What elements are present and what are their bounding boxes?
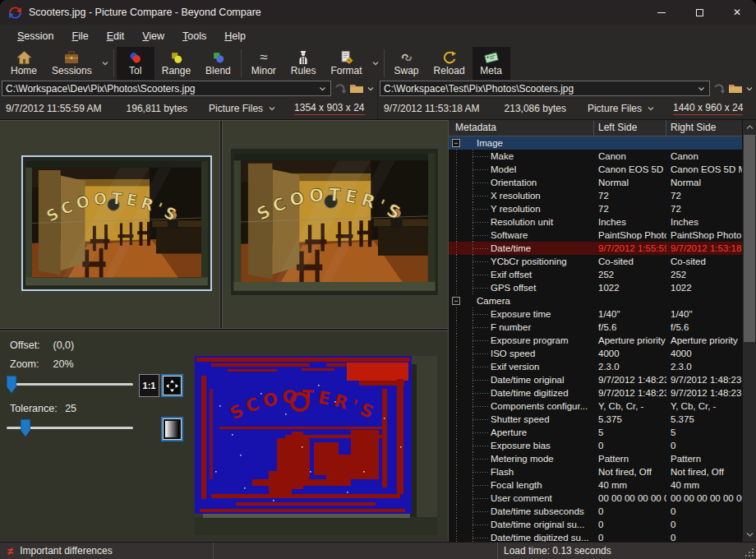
metadata-row[interactable]: Metering modePatternPattern (449, 452, 742, 465)
menu-item-help[interactable]: Help (215, 27, 255, 45)
chevron-down-icon[interactable] (318, 85, 327, 92)
zoom-slider-thumb[interactable] (7, 376, 16, 393)
metadata-row[interactable]: Exif offset252252 (449, 268, 742, 281)
metadata-row[interactable]: Date/time9/7/2012 1:55:59 PM9/7/2012 1:5… (449, 242, 742, 255)
chevron-down-icon[interactable] (745, 85, 754, 92)
metadata-row[interactable]: Focal length40 mm40 mm (449, 478, 742, 492)
metadata-row[interactable]: −Image (449, 136, 742, 150)
left-revert-button[interactable] (334, 83, 347, 95)
toolbar-tol-button[interactable]: Tol (117, 47, 154, 80)
menu-item-edit[interactable]: Edit (98, 27, 134, 45)
toolbar-sessions-button[interactable]: Sessions (44, 47, 99, 80)
metadata-row[interactable]: Exif version2.3.02.3.0 (449, 360, 742, 373)
menu-item-tools[interactable]: Tools (173, 27, 215, 45)
left-browse-button[interactable] (349, 83, 364, 94)
expander-icon[interactable]: − (452, 297, 460, 305)
difference-image-pane[interactable]: SCOOTER'S (195, 356, 437, 535)
metadata-row[interactable]: Shutter speed5.3755.375 (449, 413, 742, 426)
image-dimensions: 1354 x 903 x 24 (294, 102, 364, 115)
metadata-row[interactable]: ModelCanon EOS 5D Mark IIICanon EOS 5D M… (449, 163, 742, 176)
metadata-row[interactable]: ISO speed40004000 (449, 347, 742, 360)
chevron-down-icon[interactable] (697, 85, 706, 92)
toolbar-swap-button[interactable]: Swap (387, 47, 426, 80)
tolerance-slider[interactable] (7, 419, 133, 437)
menu-item-view[interactable]: View (133, 27, 173, 45)
zoom-slider[interactable] (7, 376, 133, 394)
tolerance-label: Tolerance: (10, 403, 58, 414)
column-header-left-side[interactable]: Left Side (594, 120, 666, 136)
swap-icon (399, 50, 415, 65)
metadata-pane: Metadata Left Side Right Side −ImageMake… (448, 120, 756, 542)
metadata-row[interactable]: Exposure time1/40"1/40" (449, 307, 742, 321)
metadata-row[interactable]: Date/time subseconds00 (449, 505, 742, 518)
metadata-row[interactable]: YCbCr positioningCo-sitedCo-sited (449, 255, 742, 268)
metadata-row[interactable]: SoftwarePaintShop Photo ProPaintShop Pho… (449, 229, 742, 242)
chevron-down-icon (371, 60, 380, 67)
toolbar-minor-button[interactable]: ≈Minor (244, 47, 284, 80)
metadata-row[interactable]: Date/time digitized su...00 (449, 531, 742, 542)
scrollbar-thumb[interactable] (744, 135, 755, 342)
metadata-row[interactable]: Components configur...Y, Cb, Cr, -Y, Cb,… (449, 400, 742, 413)
metadata-row[interactable]: FlashNot fired, OffNot fired, Off (449, 465, 742, 478)
metadata-row[interactable]: X resolution7272 (449, 189, 742, 202)
toolbar-blend-button[interactable]: Blend (198, 47, 238, 80)
left-path-combo[interactable]: C:\Workspace\Dev\Pix\Photos\Scooters.jpg (2, 81, 331, 96)
toolbar-rules-button[interactable]: Rules (284, 47, 324, 80)
metadata-row[interactable]: −Camera (449, 294, 742, 307)
metadata-row[interactable]: Exposure programAperture priorityApertur… (449, 334, 742, 347)
fit-to-window-button[interactable] (161, 374, 183, 397)
right-browse-button[interactable] (728, 83, 743, 94)
blend-icon (210, 50, 226, 65)
toolbar-separator (241, 49, 242, 77)
toolbar-format-dropdown[interactable] (370, 47, 381, 80)
toolbar-home-button[interactable]: Home (3, 47, 44, 80)
expander-icon[interactable]: − (452, 139, 460, 147)
right-image-pane[interactable] (231, 149, 438, 295)
toolbar-meta-button[interactable]: Meta (472, 47, 510, 80)
zoom-slider-track[interactable] (7, 383, 133, 386)
metadata-row[interactable]: Date/time digitized9/7/2012 1:48:23 PM9/… (449, 386, 742, 400)
app-logo-icon (8, 6, 22, 20)
maximize-button[interactable] (680, 0, 718, 25)
file-type-dropdown[interactable]: Picture Files (588, 103, 655, 114)
scroll-up-icon[interactable] (743, 121, 756, 134)
metadata-row[interactable]: GPS offset10221022 (449, 281, 742, 294)
zoom-row: Zoom: 20% (10, 358, 74, 370)
right-revert-button[interactable] (712, 83, 726, 95)
metadata-row[interactable]: OrientationNormalNormal (449, 176, 742, 189)
metadata-row[interactable]: F numberf/5.6f/5.6 (449, 321, 742, 334)
metadata-scrollbar[interactable] (742, 120, 756, 542)
file-type-dropdown[interactable]: Picture Files (209, 103, 276, 114)
toolbar-range-button[interactable]: Range (154, 47, 198, 80)
pane-divider[interactable] (219, 121, 223, 329)
minimize-button[interactable] (643, 0, 680, 25)
right-path-combo[interactable]: C:\Workspace\Test\Pix\Photos\Scooters.jp… (380, 81, 710, 96)
zoom-label: Zoom: (10, 358, 45, 370)
toolbar-format-button[interactable]: Format (324, 47, 370, 80)
metadata-row[interactable]: User comment00 00 00 00 00 00 00 0000 00… (449, 492, 742, 505)
column-header-metadata[interactable]: Metadata (449, 120, 594, 136)
sessions-icon (63, 50, 80, 65)
column-header-right-side[interactable]: Right Side (666, 120, 742, 136)
menu-item-session[interactable]: Session (8, 27, 62, 45)
tolerance-slider-thumb[interactable] (21, 419, 30, 437)
toolbar-reload-button[interactable]: Reload (426, 47, 472, 80)
menu-item-file[interactable]: File (62, 27, 97, 45)
chevron-down-icon[interactable] (366, 85, 375, 92)
tolerance-mode-button[interactable] (161, 417, 183, 441)
metadata-row[interactable]: Aperture55 (449, 426, 742, 439)
metadata-row[interactable]: Date/time original su...00 (449, 518, 742, 531)
metadata-row[interactable]: MakeCanonCanon (449, 150, 742, 163)
left-image-pane[interactable] (21, 155, 212, 291)
metadata-row[interactable]: Exposure bias00 (449, 439, 742, 452)
metadata-row[interactable]: Resolution unitInchesInches (449, 215, 742, 229)
one-to-one-button[interactable]: 1:1 (139, 374, 159, 397)
status-differences: ≠ Important differences (0, 543, 214, 559)
close-button[interactable]: ✕ (718, 0, 756, 25)
metadata-row[interactable]: Y resolution7272 (449, 202, 742, 215)
resize-grip[interactable] (744, 547, 754, 557)
toolbar-sessions-dropdown[interactable] (99, 47, 111, 80)
scroll-down-icon[interactable] (743, 528, 756, 541)
chevron-down-icon (268, 105, 276, 112)
metadata-row[interactable]: Date/time original9/7/2012 1:48:23 PM9/7… (449, 373, 742, 386)
